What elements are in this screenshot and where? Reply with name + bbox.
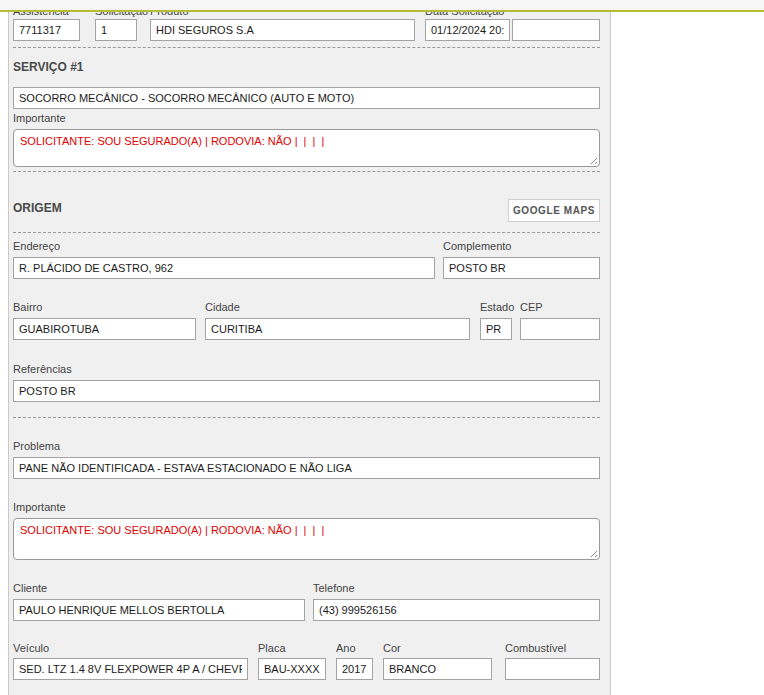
google-maps-button[interactable]: GOOGLE MAPS: [508, 199, 600, 222]
cor-field[interactable]: [383, 658, 492, 680]
importante-label: Importante: [13, 112, 66, 125]
origem-heading: ORIGEM: [13, 201, 62, 215]
ano-field[interactable]: [336, 658, 373, 680]
separator-dashed: [13, 171, 600, 172]
cidade-label: Cidade: [205, 301, 240, 314]
endereco-label: Endereço: [13, 240, 60, 253]
referencias-label: Referências: [13, 363, 72, 376]
accent-divider-line: [0, 10, 764, 12]
cliente-field[interactable]: [13, 599, 305, 621]
assistance-form-panel: Assistência Solicitação Produto Data Sol…: [8, 10, 611, 695]
telefone-label: Telefone: [313, 582, 355, 595]
separator-dashed: [13, 417, 600, 418]
complemento-label: Complemento: [443, 240, 511, 253]
cliente-label: Cliente: [13, 582, 47, 595]
endereco-field[interactable]: [13, 257, 435, 279]
cor-label: Cor: [383, 642, 401, 655]
estado-field[interactable]: [480, 318, 512, 340]
cep-field[interactable]: [520, 318, 600, 340]
cidade-field[interactable]: [205, 318, 470, 340]
solicitacao-field[interactable]: [95, 19, 137, 41]
problema-label: Problema: [13, 440, 60, 453]
servico-heading: SERVIÇO #1: [13, 60, 83, 74]
problema-field[interactable]: [13, 457, 600, 479]
assistencia-field[interactable]: [13, 19, 80, 41]
bairro-field[interactable]: [13, 318, 196, 340]
complemento-field[interactable]: [443, 257, 600, 279]
separator-dashed: [13, 232, 600, 233]
importante-textarea-wrap: [13, 129, 600, 167]
importante2-textarea-wrap: [13, 518, 600, 560]
cep-label: CEP: [520, 301, 543, 314]
servico-tipo-field[interactable]: [13, 87, 600, 109]
importante-textarea[interactable]: [13, 129, 600, 167]
placa-label: Placa: [258, 642, 286, 655]
combustivel-field[interactable]: [505, 658, 600, 680]
placa-field[interactable]: [258, 658, 326, 680]
data-solicitacao-field[interactable]: [425, 19, 510, 41]
importante2-label: Importante: [13, 501, 66, 514]
ano-label: Ano: [336, 642, 356, 655]
importante2-textarea[interactable]: [13, 518, 600, 560]
estado-label: Estado: [480, 301, 514, 314]
hora-extra-field[interactable]: [512, 19, 600, 41]
bairro-label: Bairro: [13, 301, 42, 314]
veiculo-field[interactable]: [13, 658, 248, 680]
top-strip: [0, 0, 764, 10]
referencias-field[interactable]: [13, 380, 600, 402]
veiculo-label: Veículo: [13, 642, 49, 655]
combustivel-label: Combustível: [505, 642, 566, 655]
telefone-field[interactable]: [313, 599, 600, 621]
separator-dashed: [13, 47, 600, 48]
produto-field[interactable]: [150, 19, 415, 41]
